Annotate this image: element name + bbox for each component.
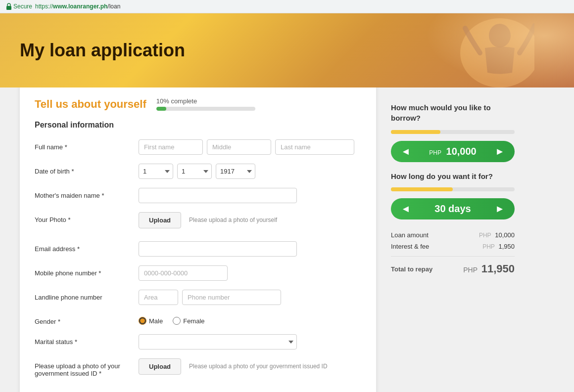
total-currency: PHP bbox=[463, 266, 478, 274]
gov-id-hint: Please upload a photo of your government… bbox=[189, 362, 328, 371]
marital-status-select[interactable]: Single Married Divorced Widowed bbox=[139, 334, 297, 349]
loan-currency: PHP bbox=[479, 232, 491, 239]
svg-point-2 bbox=[489, 24, 511, 47]
loan-value: 10,000 bbox=[495, 231, 515, 239]
loan-amount-row: Loan amount PHP 10,000 bbox=[391, 229, 515, 241]
area-code-input[interactable] bbox=[139, 290, 178, 305]
landline-row: Landline phone number bbox=[35, 290, 361, 305]
gov-id-fields: Upload Please upload a photo of your gov… bbox=[139, 358, 361, 375]
page-title: My loan application bbox=[20, 40, 185, 61]
gender-male-option[interactable]: Male bbox=[139, 317, 163, 325]
progress-label: 10% complete bbox=[156, 97, 255, 105]
form-title: Tell us about yourself bbox=[35, 98, 146, 111]
marital-fields: Single Married Divorced Widowed bbox=[139, 334, 361, 349]
gender-female-option[interactable]: Female bbox=[173, 317, 204, 325]
phone-number-input[interactable] bbox=[182, 290, 281, 305]
url-path: /loan bbox=[107, 3, 120, 10]
amount-value: 10,000 bbox=[446, 146, 477, 157]
amount-slider-track[interactable] bbox=[391, 130, 515, 134]
email-label: Email address * bbox=[35, 241, 134, 253]
borrow-question: How much would you like to borrow? bbox=[391, 102, 515, 123]
sidebar: How much would you like to borrow? ◄ PHP… bbox=[376, 87, 515, 392]
gender-female-label: Female bbox=[183, 317, 204, 325]
loan-amount-value-cell: PHP 10,000 bbox=[455, 229, 515, 241]
total-value-cell: PHP 11,950 bbox=[446, 261, 515, 277]
url-bar: https://www.loanranger.ph/loan bbox=[35, 3, 120, 10]
gender-female-radio[interactable] bbox=[173, 317, 181, 325]
gender-fields: Male Female bbox=[139, 314, 361, 325]
interest-row: Interest & fee PHP 1,950 bbox=[391, 241, 515, 252]
email-input[interactable] bbox=[139, 241, 297, 257]
interest-label: Interest & fee bbox=[391, 241, 455, 252]
photo-fields: Upload Please upload a photo of yourself bbox=[139, 212, 361, 228]
mobile-fields bbox=[139, 265, 361, 281]
hero-image bbox=[435, 18, 534, 87]
secure-text: Secure bbox=[13, 3, 32, 10]
dob-month-select[interactable]: 12345 678910 1112 bbox=[177, 164, 212, 179]
lock-icon bbox=[6, 3, 12, 10]
mother-name-row: Mother's maiden name * bbox=[35, 188, 361, 203]
mobile-input[interactable] bbox=[139, 265, 228, 281]
dob-day-select[interactable]: 12345 678910 15202528293031 bbox=[139, 164, 173, 179]
browser-bar: Secure https://www.loanranger.ph/loan bbox=[0, 0, 574, 13]
interest-value: 1,950 bbox=[498, 243, 515, 250]
svg-rect-0 bbox=[6, 6, 11, 10]
total-row: Total to repay PHP 11,950 bbox=[391, 261, 515, 277]
gender-label: Gender * bbox=[35, 314, 134, 325]
summary-divider bbox=[391, 256, 515, 257]
days-value: 30 days bbox=[434, 203, 471, 215]
main-content: Tell us about yourself 10% complete Pers… bbox=[0, 87, 574, 392]
total-label: Total to repay bbox=[391, 261, 446, 277]
mother-name-input[interactable] bbox=[139, 188, 297, 203]
form-panel: Tell us about yourself 10% complete Pers… bbox=[20, 83, 376, 392]
svg-point-1 bbox=[460, 18, 534, 87]
landline-label: Landline phone number bbox=[35, 290, 134, 301]
hero-silhouette bbox=[435, 18, 534, 87]
days-left-arrow: ◄ bbox=[401, 203, 411, 215]
mobile-row: Mobile phone number * bbox=[35, 265, 361, 281]
interest-currency: PHP bbox=[482, 243, 495, 250]
progress-bar-container bbox=[156, 107, 255, 111]
days-pill[interactable]: ◄ 30 days ► bbox=[391, 198, 515, 219]
middle-name-input[interactable] bbox=[207, 139, 271, 155]
email-fields bbox=[139, 241, 361, 257]
progress-section: 10% complete bbox=[156, 97, 255, 111]
url-domain: www.loanranger.ph bbox=[53, 3, 107, 10]
email-row: Email address * bbox=[35, 241, 361, 257]
hero-banner: My loan application bbox=[0, 13, 574, 87]
marital-label: Marital status * bbox=[35, 334, 134, 346]
secure-badge: Secure bbox=[6, 3, 32, 10]
gov-id-label: Please upload a photo of your government… bbox=[35, 358, 134, 377]
gender-row: Gender * Male Female bbox=[35, 314, 361, 325]
interest-value-cell: PHP 1,950 bbox=[455, 241, 515, 252]
mother-name-fields bbox=[139, 188, 361, 203]
photo-hint: Please upload a photo of yourself bbox=[189, 216, 277, 224]
summary-table: Loan amount PHP 10,000 Interest & fee PH… bbox=[391, 229, 515, 252]
gov-id-upload-button[interactable]: Upload bbox=[139, 358, 181, 375]
dob-year-select[interactable]: 1917195019601970 19801985199019952000 bbox=[216, 164, 255, 179]
dob-label: Date of birth * bbox=[35, 164, 134, 175]
mother-name-label: Mother's maiden name * bbox=[35, 188, 134, 199]
total-table: Total to repay PHP 11,950 bbox=[391, 261, 515, 277]
photo-upload-button[interactable]: Upload bbox=[139, 212, 181, 228]
full-name-label: Full name * bbox=[35, 139, 134, 151]
mobile-label: Mobile phone number * bbox=[35, 265, 134, 277]
landline-fields bbox=[139, 290, 361, 305]
marital-row: Marital status * Single Married Divorced… bbox=[35, 334, 361, 349]
duration-slider-track[interactable] bbox=[391, 187, 515, 191]
full-name-fields bbox=[139, 139, 361, 155]
amount-pill[interactable]: ◄ PHP 10,000 ► bbox=[391, 141, 515, 162]
url-prefix: https:// bbox=[35, 3, 53, 10]
total-value: 11,950 bbox=[481, 262, 515, 275]
first-name-input[interactable] bbox=[139, 139, 203, 155]
duration-slider-fill bbox=[391, 187, 453, 191]
dob-row: Date of birth * 12345 678910 15202528293… bbox=[35, 164, 361, 179]
last-name-input[interactable] bbox=[275, 139, 354, 155]
dob-fields: 12345 678910 15202528293031 12345 678910… bbox=[139, 164, 361, 179]
progress-bar-fill bbox=[156, 107, 166, 111]
gender-male-radio[interactable] bbox=[139, 317, 146, 325]
amount-display: PHP 10,000 bbox=[429, 146, 476, 157]
form-header: Tell us about yourself 10% complete bbox=[35, 97, 361, 111]
amount-right-arrow: ► bbox=[495, 146, 505, 157]
photo-label: Your Photo * bbox=[35, 212, 134, 223]
